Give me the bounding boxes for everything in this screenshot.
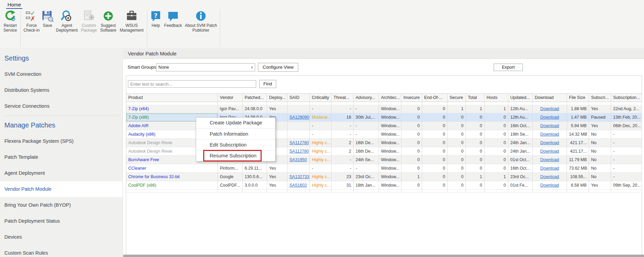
column-header-end_of_life[interactable]: End-Of-...	[422, 94, 448, 102]
sidebar-item-distribution-systems[interactable]: Distribution Systems	[0, 82, 122, 98]
empty-cell	[611, 190, 642, 192]
table-row[interactable]: CoolPDF (x86)CoolPDF...3.0.0.0YesSA51602…	[126, 181, 642, 190]
sidebar-item-devices[interactable]: Devices	[0, 229, 122, 245]
download-link[interactable]: Download	[540, 166, 559, 171]
cell-updated: 23rd Oc...	[508, 173, 533, 181]
context-menu: Create Update PackagePatch InformationEd…	[196, 117, 276, 161]
gap-cell	[354, 102, 379, 105]
sidebar-item-service-connections[interactable]: Service Connections	[0, 98, 122, 114]
product-link[interactable]: 7-Zip (x64)	[128, 106, 149, 111]
said-link[interactable]: SA112780	[289, 149, 309, 154]
suggest-software-button[interactable]: Suggest Software	[99, 10, 118, 33]
cell-end_of_life: 0	[422, 147, 448, 156]
column-header-updated[interactable]: Updated...	[508, 94, 533, 102]
gap-cell	[533, 102, 567, 105]
said-link[interactable]: SA129090	[289, 115, 309, 120]
column-header-subscription_updated[interactable]: Subscription...	[611, 94, 642, 102]
cell-threat: 23	[332, 173, 354, 181]
column-header-vendor[interactable]: Vendor	[218, 94, 243, 102]
product-link[interactable]: CoolPDF (x86)	[128, 183, 156, 188]
table-row[interactable]: 7-Zip (x64)Igor Pav...24.08.0.0Yes---Win…	[126, 105, 642, 113]
column-header-architecture[interactable]: Architec...	[379, 94, 401, 102]
feedback-icon	[167, 10, 179, 22]
sidebar-item-patch-template[interactable]: Patch Template	[0, 149, 122, 165]
product-link[interactable]: Adobe AIR	[128, 123, 149, 128]
sidebar-item-agent-deployment[interactable]: Agent Deployment	[0, 165, 122, 181]
download-link[interactable]: Download	[540, 140, 559, 145]
table-row[interactable]: CCleanerPiriform...6.29.11...Yes---Windo…	[126, 164, 642, 173]
configure-view-button[interactable]: Configure View	[258, 63, 298, 72]
force-checkin-button[interactable]: ✓✗Force Check-in	[23, 10, 40, 33]
column-header-threat[interactable]: Threat...	[332, 94, 354, 102]
column-header-patched[interactable]: Patched...	[243, 94, 267, 102]
table-row[interactable]: Chrome for Business 32-bitGoogle130.0.6.…	[126, 173, 642, 181]
said-link[interactable]: SA112780	[289, 140, 309, 145]
agent-deployment-button[interactable]: Agent Deployment	[55, 10, 79, 33]
column-header-insecure[interactable]: Insecure	[401, 94, 422, 102]
column-header-advisory[interactable]: Advisory...	[354, 94, 379, 102]
help-button[interactable]: ?Help	[149, 10, 162, 28]
product-link[interactable]: Autodesk Design Revie	[128, 140, 172, 145]
smart-groups-dropdown[interactable]: None ▾	[156, 63, 255, 71]
sidebar-item-vendor-patch-module[interactable]: Vendor Patch Module	[0, 181, 122, 197]
sidebar-item-flexera-package-system-sps[interactable]: Flexera Package System (SPS)	[0, 133, 122, 149]
sidebar-item-bring-your-own-patch-byop[interactable]: Bring Your Own Patch (BYOP)	[0, 197, 122, 213]
cell-advisory: 16th De...	[354, 139, 379, 147]
sidebar-item-svm-connection[interactable]: SVM Connection	[0, 66, 122, 82]
column-header-subscribed[interactable]: Subscri...	[589, 94, 611, 102]
download-link[interactable]: Download	[540, 157, 559, 162]
column-header-secure[interactable]: Secure	[448, 94, 466, 102]
find-button[interactable]: Find	[259, 80, 276, 88]
column-header-download[interactable]: Download	[533, 94, 567, 102]
cell-architecture: Window...	[379, 173, 401, 181]
gap-cell	[243, 102, 267, 105]
column-header-total[interactable]: Total	[466, 94, 485, 102]
said-link[interactable]: SA31950	[289, 157, 307, 162]
said-link[interactable]: SA51602	[289, 183, 307, 188]
product-link[interactable]: Chrome for Business 32-bit	[128, 174, 179, 179]
sidebar-item-custom-scan-rules[interactable]: Custom Scan Rules	[0, 245, 122, 257]
export-button[interactable]: Export	[494, 64, 523, 71]
column-header-criticality[interactable]: Criticality	[310, 94, 332, 102]
product-link[interactable]: Autodesk Design Revie	[128, 149, 172, 154]
save-button[interactable]: Save	[41, 10, 54, 28]
download-link[interactable]: Download	[540, 106, 559, 111]
download-link[interactable]: Download	[540, 183, 559, 188]
download-link[interactable]: Download	[540, 123, 559, 128]
restart-service-button[interactable]: ⚙Restart Service	[2, 10, 18, 33]
wsus-management-button[interactable]: WSUS Management	[118, 10, 145, 33]
toolbar-group: ✓✗Force Check-inSaveAgent DeploymentCust…	[21, 9, 147, 33]
feedback-button[interactable]: Feedback	[163, 10, 183, 28]
cell-subscription_updated: -	[611, 173, 642, 181]
gap-cell	[466, 102, 485, 105]
context-menu-item-resume-subscription[interactable]: Resume Subscription	[196, 150, 275, 161]
column-header-file_size[interactable]: File Size	[567, 94, 589, 102]
sidebar-item-patch-deployment-status[interactable]: Patch Deployment Status	[0, 213, 122, 229]
cell-subscription_updated: -	[611, 130, 642, 139]
column-header-product[interactable]: Product	[126, 94, 218, 102]
download-link[interactable]: Download	[540, 174, 559, 179]
context-menu-item-edit-subscription[interactable]: Edit Subscription	[196, 139, 275, 150]
about-button[interactable]: About SVM Patch Publisher	[184, 10, 218, 33]
cell-insecure: 0	[401, 130, 422, 139]
context-menu-item-patch-information[interactable]: Patch Information	[196, 128, 275, 139]
context-menu-item-create-update-package[interactable]: Create Update Package	[196, 118, 275, 128]
download-link[interactable]: Download	[540, 115, 559, 120]
search-input[interactable]	[128, 80, 256, 88]
column-header-hosts[interactable]: Hosts	[485, 94, 508, 102]
download-link[interactable]: Download	[540, 149, 559, 154]
download-link[interactable]: Download	[540, 132, 559, 137]
cell-hosts: 1	[485, 105, 508, 113]
tab-home[interactable]: Home	[6, 1, 22, 9]
product-link[interactable]: BurnAware Free	[128, 157, 159, 162]
said-link[interactable]: SA132733	[289, 174, 309, 179]
product-link[interactable]: Audacity (x86)	[128, 132, 155, 137]
cell-criticality: Highly c...	[310, 139, 332, 147]
column-header-deploy[interactable]: Deploy...	[267, 94, 287, 102]
cell-patched: 3.0.0.0	[243, 181, 267, 190]
product-link[interactable]: CCleaner	[128, 166, 146, 171]
column-header-said[interactable]: SAID	[287, 94, 310, 102]
product-link[interactable]: 7-Zip (x86)	[128, 115, 149, 120]
horizontal-scrollbar-track[interactable]	[123, 255, 644, 257]
toolbar-item-label: Help	[149, 23, 162, 28]
